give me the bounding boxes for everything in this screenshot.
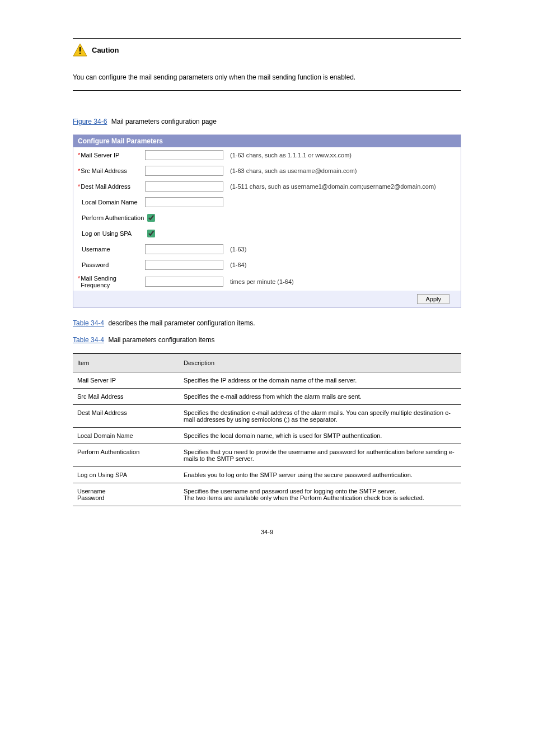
- label-src-mail: Src Mail Address: [81, 167, 127, 174]
- figure-caption-text: Mail parameters configuration page: [111, 118, 217, 125]
- row-local-domain: Local Domain Name: [73, 194, 461, 210]
- row-perform-auth: Perform Authentication: [73, 210, 461, 226]
- row-dest-mail: *Dest Mail Address (1-511 chars, such as…: [73, 179, 461, 194]
- row-freq: *Mail Sending Frequency times per minute…: [73, 273, 461, 291]
- table-row: Mail Server IP Specifies the IP address …: [73, 372, 461, 389]
- password-input[interactable]: [145, 260, 223, 270]
- caution-icon: [73, 43, 87, 57]
- caution-label: Caution: [92, 46, 119, 54]
- table-intro: Table 34-4 describes the mail parameter …: [73, 319, 461, 327]
- mail-params-panel: Configure Mail Parameters *Mail Server I…: [73, 134, 461, 308]
- hint-freq: times per minute (1-64): [230, 278, 294, 285]
- perform-auth-checkbox[interactable]: [147, 214, 155, 222]
- figure-caption-code: Figure 34-6: [73, 118, 107, 125]
- table-caption: Table 34-4 Mail parameters configuration…: [73, 336, 461, 344]
- label-freq: Mail Sending Frequency: [81, 275, 145, 288]
- hint-password: (1-64): [230, 262, 246, 268]
- username-input[interactable]: [145, 244, 223, 254]
- td-item: Mail Server IP: [73, 372, 179, 389]
- table-row: Local Domain Name Specifies the local do…: [73, 428, 461, 444]
- table-row: Perform Authentication Specifies that yo…: [73, 444, 461, 467]
- table-row: Log on Using SPA Enables you to log onto…: [73, 467, 461, 483]
- mail-server-ip-input[interactable]: [145, 150, 223, 160]
- td-desc: Specifies that you need to provide the u…: [179, 444, 461, 467]
- label-username: Username: [82, 246, 110, 253]
- hint-username: (1-63): [230, 246, 246, 253]
- td-desc: Specifies the destination e-mail address…: [179, 405, 461, 428]
- td-desc: Specifies the username and password used…: [179, 483, 461, 506]
- td-desc: Specifies the IP address or the domain n…: [179, 372, 461, 389]
- figure-caption-4: Figure 34-6 Mail parameters configuratio…: [73, 118, 461, 125]
- label-dest-mail: Dest Mail Address: [81, 183, 130, 190]
- apply-button[interactable]: Apply: [417, 294, 449, 304]
- table-caption-code-link: Table 34-4: [73, 319, 104, 327]
- divider: [73, 90, 461, 91]
- local-domain-input[interactable]: [145, 197, 223, 207]
- caution-text: You can configure the mail sending param…: [73, 73, 461, 81]
- dest-mail-input[interactable]: [145, 181, 223, 192]
- label-local-domain: Local Domain Name: [82, 199, 138, 206]
- table-caption-title: Mail parameters configuration items: [108, 336, 214, 344]
- th-item: Item: [73, 353, 179, 372]
- row-mail-server-ip: *Mail Server IP (1-63 chars, such as 1.1…: [73, 147, 461, 163]
- hint-src-mail: (1-63 chars, such as username@domain.com…: [230, 167, 357, 174]
- th-desc: Description: [179, 353, 461, 372]
- label-password: Password: [82, 262, 109, 268]
- row-password: Password (1-64): [73, 257, 461, 273]
- divider: [73, 38, 461, 39]
- page: Caution You can configure the mail sendi…: [0, 0, 534, 569]
- td-item: Dest Mail Address: [73, 405, 179, 428]
- td-item: Local Domain Name: [73, 428, 179, 444]
- table-row: Dest Mail Address Specifies the destinat…: [73, 405, 461, 428]
- caution-header: Caution: [73, 43, 461, 57]
- table-row: Username Password Specifies the username…: [73, 483, 461, 506]
- td-item: Perform Authentication: [73, 444, 179, 467]
- row-src-mail: *Src Mail Address (1-63 chars, such as u…: [73, 163, 461, 179]
- row-spa: Log on Using SPA: [73, 226, 461, 241]
- td-desc: Specifies the e-mail address from which …: [179, 389, 461, 405]
- label-spa: Log on Using SPA: [82, 230, 132, 237]
- hint-dest-mail: (1-511 chars, such as username1@domain.c…: [230, 183, 436, 190]
- table-row: Src Mail Address Specifies the e-mail ad…: [73, 389, 461, 405]
- hint-mail-server-ip: (1-63 chars, such as 1.1.1.1 or www.xx.c…: [230, 152, 352, 158]
- table-caption-code: Table 34-4: [73, 336, 104, 344]
- td-desc: Enables you to log onto the SMTP server …: [179, 467, 461, 483]
- td-item: Username Password: [73, 483, 179, 506]
- label-mail-server-ip: Mail Server IP: [81, 152, 119, 158]
- panel-footer: Apply: [73, 291, 461, 307]
- desc-table: Item Description Mail Server IP Specifie…: [73, 353, 461, 506]
- spa-checkbox[interactable]: [147, 230, 155, 237]
- page-number: 34-9: [73, 529, 461, 535]
- td-item: Src Mail Address: [73, 389, 179, 405]
- row-username: Username (1-63): [73, 241, 461, 257]
- table-caption-text: describes the mail parameter configurati…: [108, 319, 255, 327]
- svg-rect-2: [79, 53, 81, 54]
- panel-title: Configure Mail Parameters: [73, 135, 461, 147]
- td-desc: Specifies the local domain name, which i…: [179, 428, 461, 444]
- freq-input[interactable]: [145, 277, 223, 287]
- td-item: Log on Using SPA: [73, 467, 179, 483]
- src-mail-input[interactable]: [145, 166, 223, 176]
- svg-rect-1: [79, 47, 81, 52]
- label-perform-auth: Perform Authentication: [82, 214, 144, 221]
